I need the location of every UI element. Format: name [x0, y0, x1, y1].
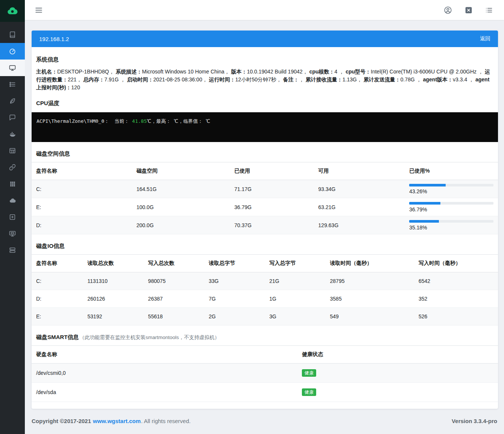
drive-total: 164.51G [132, 180, 230, 198]
col-header: 盘符名称 [32, 255, 83, 272]
table-row: C: 1131310 980075 33G 21G 28795 6542 [32, 272, 498, 290]
system-info-text: 主机名：DESKTOP-1BHHD8Q， 系统描述：Microsoft Wind… [36, 68, 493, 92]
write-count: 26387 [143, 290, 204, 308]
table-row: E: 53192 55618 2G 3G 549 526 [32, 308, 498, 326]
sidebar-item-cloud[interactable] [0, 192, 25, 209]
host-detail-card: 192.168.1.2 返回 系统信息 主机名：DESKTOP-1BHHD8Q，… [32, 31, 498, 409]
logout-square-icon [465, 6, 472, 14]
col-header: 读取总次数 [83, 255, 143, 272]
main-column: 192.168.1.2 返回 系统信息 主机名：DESKTOP-1BHHD8Q，… [25, 0, 504, 434]
table-row: C: 164.51G 71.17G 93.34G 43.26% [32, 180, 498, 198]
sidebar [0, 0, 25, 434]
read-time: 28795 [326, 272, 414, 290]
current-label: 当前： [114, 118, 129, 124]
health-status-cell: 健康 [297, 364, 498, 383]
usage-progressbar [409, 220, 493, 223]
sidebar-item-book[interactable] [0, 26, 25, 43]
read-count: 1131310 [83, 272, 143, 290]
col-header: 磁盘空间 [132, 162, 230, 180]
table-row: D: 200.0G 70.37G 129.63G 35.18% [32, 216, 498, 234]
write-count: 55618 [143, 308, 204, 326]
sidebar-item-link[interactable] [0, 159, 25, 176]
health-status-cell: 健康 [297, 383, 498, 402]
usage-progressbar [409, 202, 493, 205]
health-status-badge: 健康 [302, 369, 316, 377]
sidebar-item-table[interactable] [0, 142, 25, 159]
docker-whale-icon [9, 131, 16, 138]
task-list-icon [9, 81, 16, 88]
read-time: 3585 [326, 290, 414, 308]
disk-device-name: /dev/csmi0,0 [32, 364, 297, 383]
sidebar-item-dashboard[interactable] [0, 43, 25, 60]
link-chain-icon [9, 164, 16, 171]
col-header: 硬盘名称 [32, 346, 297, 364]
col-header: 盘符名称 [32, 162, 132, 180]
chat-bubble-icon [9, 114, 16, 121]
log-list-button[interactable] [484, 5, 494, 15]
leaf-icon [9, 98, 16, 104]
write-time: 352 [414, 290, 498, 308]
user-button[interactable] [442, 5, 454, 16]
content-area: 192.168.1.2 返回 系统信息 主机名：DESKTOP-1BHHD8Q，… [25, 20, 504, 409]
cloud-logo-icon [6, 5, 18, 17]
read-bytes: 33G [204, 272, 265, 290]
drive-free: 93.34G [314, 180, 405, 198]
menu-toggle-button[interactable] [33, 5, 44, 16]
sidebar-item-apps[interactable] [0, 176, 25, 192]
sidebar-item-server[interactable] [0, 242, 25, 258]
col-header: 已使用 [230, 162, 314, 180]
write-time: 6542 [414, 272, 498, 290]
sidebar-nav [0, 22, 25, 258]
drive-name: C: [32, 180, 132, 198]
drive-used: 70.37G [230, 216, 314, 234]
cpu-temp-terminal: ACPI\ThermalZone\THM0_0：当前： 41.85℃，最高： ℃… [32, 112, 498, 142]
read-bytes: 7G [204, 290, 265, 308]
usage-percent-label: 43.26% [409, 188, 493, 194]
current-temp-value: 41.85 [132, 118, 147, 124]
smart-table: 硬盘名称 健康状态 /dev/csmi0,0 健康 /dev/sda [32, 345, 498, 402]
sidebar-item-docker[interactable] [0, 126, 25, 142]
logout-button[interactable] [463, 5, 474, 15]
sidebar-item-screen[interactable] [0, 225, 25, 242]
usage-progressbar [409, 184, 493, 186]
card-body: 系统信息 主机名：DESKTOP-1BHHD8Q， 系统描述：Microsoft… [32, 47, 498, 409]
sidebar-item-add[interactable] [0, 209, 25, 225]
green-cloud-logo[interactable] [0, 0, 25, 22]
table-row: /dev/csmi0,0 健康 [32, 364, 498, 383]
smart-header-row: 硬盘名称 健康状态 [32, 346, 498, 364]
disk-space-table: 盘符名称 磁盘空间 已使用 可用 已使用% C: 164.51G [32, 162, 498, 234]
drive-used: 71.17G [230, 180, 314, 198]
app-root: 192.168.1.2 返回 系统信息 主机名：DESKTOP-1BHHD8Q，… [0, 0, 504, 434]
dashboard-gauge-icon [9, 48, 16, 55]
card-header: 192.168.1.2 返回 [32, 31, 498, 47]
health-status-badge: 健康 [302, 388, 316, 396]
sidebar-item-host-monitor[interactable] [0, 60, 25, 76]
drive-total: 200.0G [132, 216, 230, 234]
copyright-text: Copyright ©2017-2021 [32, 418, 91, 424]
cpu-temp-heading: CPU温度 [36, 100, 493, 107]
drive-name: E: [32, 198, 132, 216]
book-icon [9, 31, 16, 38]
drive-total: 100.0G [132, 198, 230, 216]
sidebar-item-chat[interactable] [0, 109, 25, 126]
topbar-actions [442, 5, 494, 16]
copyright: Copyright ©2017-2021www.wgstart.com. All… [32, 418, 190, 424]
log-list-icon [485, 6, 493, 14]
write-count: 980075 [143, 272, 204, 290]
plus-square-icon [9, 214, 16, 220]
host-ip-title: 192.168.1.2 [39, 36, 69, 42]
sidebar-item-tasks[interactable] [0, 76, 25, 93]
back-link[interactable]: 返回 [480, 35, 490, 42]
col-header: 可用 [314, 162, 405, 180]
topbar [25, 0, 504, 20]
footer: Copyright ©2017-2021www.wgstart.com. All… [25, 409, 504, 434]
drive-name: D: [32, 290, 83, 308]
drive-free: 63.21G [314, 198, 405, 216]
sidebar-item-leaf[interactable] [0, 93, 25, 109]
table-row: /dev/sda 健康 [32, 383, 498, 402]
write-time: 526 [414, 308, 498, 326]
wgstart-link[interactable]: www.wgstart.com [93, 418, 141, 424]
write-bytes: 3G [265, 308, 325, 326]
sensor-name: ACPI\ThermalZone\THM0_0： [37, 118, 109, 124]
drive-usage-cell: 36.79% [405, 198, 498, 216]
